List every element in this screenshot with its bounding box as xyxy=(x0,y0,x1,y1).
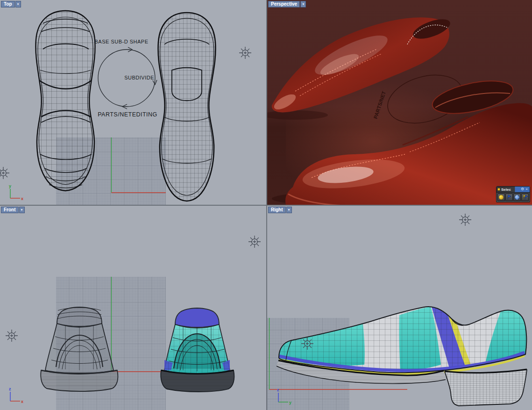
front-view-canvas: z x xyxy=(0,206,266,410)
select-ball-button[interactable] xyxy=(497,194,505,201)
workflow-label-right: SUBDIVIDE xyxy=(124,75,154,80)
axis-x-label: x xyxy=(21,399,23,404)
viewport-tab-perspective[interactable]: Perspective ▾ xyxy=(268,1,306,7)
right-view-canvas: z y xyxy=(267,206,532,410)
chevron-down-icon[interactable]: ▾ xyxy=(15,1,21,7)
chevron-down-icon[interactable]: ▾ xyxy=(286,207,292,213)
toolbar-title: Selec xyxy=(501,187,520,192)
two-color-flag-icon xyxy=(523,195,528,200)
workflow-label-top: BASE SUB-D SHAPE xyxy=(95,39,149,44)
workflow-diagram: BASE SUB-D SHAPE SUBDIVIDE PARTS/NETEDIT… xyxy=(95,39,157,118)
front-view-shoe-colored[interactable] xyxy=(161,308,234,392)
viewport-right[interactable]: z y Right ▾ xyxy=(267,206,532,410)
axis-gizmo-top: y x xyxy=(9,184,23,201)
point-light-icon[interactable] xyxy=(248,236,261,248)
yellow-ball-icon xyxy=(499,195,504,200)
select-toolbar-titlebar[interactable]: Selec ⚙ × xyxy=(497,187,530,193)
axis-z-label: z xyxy=(9,387,11,391)
axis-gizmo-front: z x xyxy=(9,387,23,404)
select-flag-button[interactable] xyxy=(505,194,513,201)
viewport-tab-top[interactable]: Top ▾ xyxy=(1,1,21,7)
viewport-perspective[interactable]: PARTS/NET Perspective ▾ xyxy=(267,0,532,205)
top-view-shoe-base[interactable] xyxy=(35,11,95,191)
toolbar-bulb-icon xyxy=(497,188,500,191)
top-view-canvas: BASE SUB-D SHAPE SUBDIVIDE PARTS/NETEDIT… xyxy=(0,0,266,205)
viewport-title[interactable]: Perspective xyxy=(268,1,300,7)
select-color-flag-button[interactable] xyxy=(521,194,529,201)
shoe-shadow xyxy=(267,110,328,120)
modeler-window: BASE SUB-D SHAPE SUBDIVIDE PARTS/NETEDIT… xyxy=(0,0,532,410)
viewport-top[interactable]: BASE SUB-D SHAPE SUBDIVIDE PARTS/NETEDIT… xyxy=(0,0,266,205)
point-light-icon[interactable] xyxy=(239,47,251,59)
workflow-label-bottom: PARTS/NETEDITING xyxy=(98,111,157,118)
viewport-tab-front[interactable]: Front ▾ xyxy=(1,207,25,213)
select-toolbar-buttons xyxy=(497,193,530,202)
viewport-front[interactable]: z x Front ▾ xyxy=(0,206,266,410)
point-light-icon[interactable] xyxy=(459,214,471,226)
axis-z-label: z xyxy=(277,388,279,392)
viewport-title[interactable]: Top xyxy=(1,1,15,7)
ankle-band-blue xyxy=(175,308,219,327)
close-icon[interactable]: × xyxy=(525,187,529,191)
axis-y-label: y xyxy=(289,400,291,405)
select-globe-button[interactable] xyxy=(513,194,521,201)
top-view-shoe-subdivided[interactable] xyxy=(158,13,216,201)
point-light-icon[interactable] xyxy=(6,330,18,342)
axis-x-label: x xyxy=(21,196,23,201)
viewport-title[interactable]: Right xyxy=(268,207,286,213)
select-toolbar: Selec ⚙ × xyxy=(496,186,530,202)
chevron-down-icon[interactable]: ▾ xyxy=(19,207,25,213)
rendered-shoe-back[interactable] xyxy=(272,15,453,113)
point-light-icon[interactable] xyxy=(0,167,9,179)
ankle-band xyxy=(57,307,102,326)
perspective-canvas: PARTS/NET xyxy=(267,0,532,205)
viewport-tab-right[interactable]: Right ▾ xyxy=(268,207,292,213)
floor-text: PARTS/NET xyxy=(372,90,387,119)
globe-icon xyxy=(515,195,519,200)
blue-flag-icon xyxy=(508,195,511,200)
gear-icon[interactable]: ⚙ xyxy=(520,187,525,191)
axis-y-label: y xyxy=(9,184,11,188)
viewport-title[interactable]: Front xyxy=(1,207,19,213)
chevron-down-icon[interactable]: ▾ xyxy=(300,1,306,7)
